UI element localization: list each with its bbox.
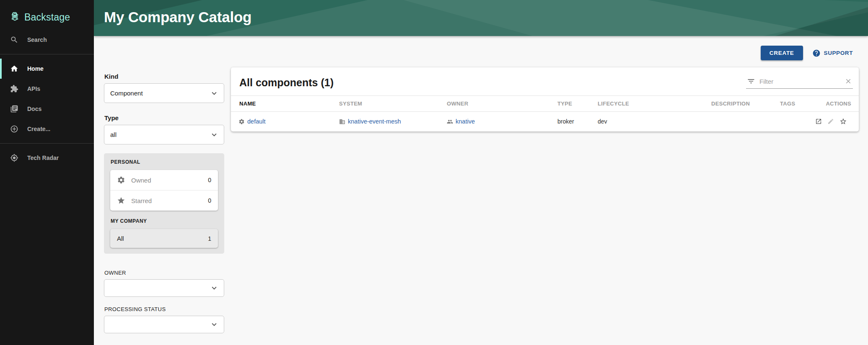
personal-list: Owned 0 Starred 0 — [110, 170, 218, 211]
sidebar-item-label: APIs — [27, 85, 40, 92]
cell-tags — [780, 112, 815, 132]
catalog-table: NAME SYSTEM OWNER TYPE LIFECYCLE DESCRIP… — [231, 95, 859, 131]
cell-description — [711, 112, 780, 132]
star-icon — [117, 196, 125, 205]
page-header: My Company Catalog — [94, 0, 868, 36]
type-label: Type — [104, 114, 224, 121]
sidebar-item-apis[interactable]: APIs — [0, 79, 94, 99]
sidebar-item-search[interactable]: Search — [0, 30, 94, 50]
column-header-name[interactable]: NAME — [231, 96, 339, 112]
entity-link-name[interactable]: default — [247, 118, 266, 125]
sidebar-divider — [0, 143, 94, 144]
star-border-icon[interactable] — [839, 117, 847, 126]
table-title: All components (1) — [239, 77, 334, 89]
sidebar-item-label: Search — [27, 36, 47, 43]
page-title: My Company Catalog — [104, 9, 251, 26]
puzzle-icon — [10, 85, 18, 93]
sidebar-item-tech-radar[interactable]: Tech Radar — [0, 148, 94, 168]
support-button[interactable]: SUPPORT — [812, 49, 853, 57]
chevron-down-icon — [210, 130, 219, 139]
processing-status-select[interactable] — [104, 316, 224, 333]
column-header-type[interactable]: TYPE — [557, 96, 598, 112]
sidebar-divider — [0, 54, 94, 54]
support-label: SUPPORT — [824, 50, 853, 56]
sidebar-item-create[interactable]: Create... — [0, 119, 94, 139]
home-icon — [10, 64, 18, 73]
sidebar: Backstage Search Home APIs Docs Create..… — [0, 0, 94, 345]
sidebar-item-label: Home — [27, 65, 44, 72]
entity-link-owner[interactable]: knative — [456, 118, 475, 125]
logo[interactable]: Backstage — [0, 0, 94, 30]
system-icon — [339, 118, 345, 125]
starred-label: Starred — [131, 197, 202, 204]
kind-select[interactable]: Component — [104, 83, 224, 103]
sidebar-item-docs[interactable]: Docs — [0, 99, 94, 119]
filter-owned[interactable]: Owned 0 — [110, 170, 218, 190]
kind-select-value: Component — [110, 90, 143, 97]
table-row: default knative-event-mesh knative — [231, 112, 859, 132]
owner-filter-label: OWNER — [104, 270, 224, 276]
add-circle-icon — [10, 125, 18, 133]
chevron-down-icon — [210, 283, 219, 293]
starred-count: 0 — [208, 197, 211, 204]
backstage-app: Backstage Search Home APIs Docs Create..… — [0, 0, 868, 345]
filter-all[interactable]: All 1 — [110, 229, 218, 248]
sidebar-item-home[interactable]: Home — [0, 59, 94, 79]
gear-icon — [117, 176, 125, 184]
column-header-owner[interactable]: OWNER — [447, 96, 557, 112]
all-count: 1 — [208, 235, 211, 242]
type-select-value: all — [110, 131, 117, 138]
filter-list-icon — [747, 77, 755, 85]
sidebar-item-label: Tech Radar — [27, 154, 59, 161]
docs-icon — [10, 105, 18, 113]
table-filter — [746, 77, 853, 89]
type-select[interactable]: all — [104, 125, 224, 144]
cell-type: broker — [557, 112, 598, 132]
create-button[interactable]: CREATE — [761, 46, 803, 60]
sidebar-item-label: Create... — [27, 126, 50, 132]
all-label: All — [117, 235, 208, 242]
row-actions — [815, 117, 854, 126]
column-header-actions: ACTIONS — [815, 96, 859, 112]
edit-icon[interactable] — [827, 117, 834, 126]
open-in-new-icon[interactable] — [815, 117, 822, 126]
personal-group-label: PERSONAL — [111, 159, 218, 165]
cell-lifecycle: dev — [598, 112, 711, 132]
search-icon — [10, 36, 18, 44]
help-icon — [812, 49, 821, 57]
group-icon — [447, 118, 453, 125]
owner-select[interactable] — [104, 279, 224, 297]
chevron-down-icon — [210, 89, 219, 98]
chevron-down-icon — [210, 320, 219, 329]
entity-link-system[interactable]: knative-event-mesh — [348, 118, 401, 125]
backstage-logo-icon — [9, 11, 21, 24]
column-header-system[interactable]: SYSTEM — [339, 96, 447, 112]
table-filter-input[interactable] — [759, 78, 840, 85]
radar-icon — [10, 154, 18, 162]
component-icon — [238, 118, 245, 125]
owned-count: 0 — [208, 177, 211, 183]
brand-name: Backstage — [24, 12, 70, 23]
filter-starred[interactable]: Starred 0 — [110, 191, 218, 211]
kind-label: Kind — [104, 73, 224, 80]
filter-panel: Kind Component Type all PERSONAL Owned 0 — [104, 73, 224, 333]
processing-status-label: PROCESSING STATUS — [104, 306, 224, 312]
owned-label: Owned — [131, 177, 202, 184]
content-toolbar: CREATE SUPPORT — [761, 46, 853, 60]
column-header-lifecycle[interactable]: LIFECYCLE — [598, 96, 711, 112]
column-header-description[interactable]: DESCRIPTION — [711, 96, 780, 112]
owner-picker-card: PERSONAL Owned 0 Starred 0 MY COMPANY Al… — [104, 153, 224, 254]
company-group-label: MY COMPANY — [111, 218, 218, 224]
catalog-table-card: All components (1) NAME SYSTEM OWNER TYP… — [231, 67, 859, 131]
clear-filter-icon[interactable] — [845, 77, 852, 85]
sidebar-item-label: Docs — [27, 106, 41, 112]
table-header-row: NAME SYSTEM OWNER TYPE LIFECYCLE DESCRIP… — [231, 96, 859, 112]
card-header: All components (1) — [231, 67, 859, 95]
column-header-tags[interactable]: TAGS — [780, 96, 815, 112]
